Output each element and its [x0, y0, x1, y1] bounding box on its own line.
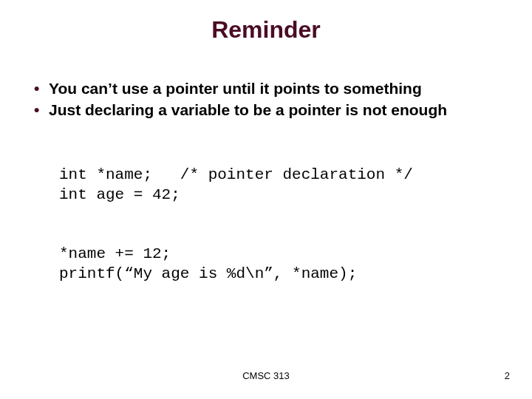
code-line: *name += 12; [59, 245, 171, 262]
code-line: int *name; /* pointer declaration */ [59, 166, 413, 183]
footer-course: CMSC 313 [0, 370, 532, 381]
slide: Reminder You can’t use a pointer until i… [0, 0, 532, 399]
bullet-item: Just declaring a variable to be a pointe… [30, 100, 510, 120]
bullet-list: You can’t use a pointer until it points … [22, 79, 510, 120]
slide-title: Reminder [22, 16, 510, 44]
code-line: printf(“My age is %d\n”, *name); [59, 265, 357, 282]
bullet-item: You can’t use a pointer until it points … [30, 79, 510, 99]
footer-page-number: 2 [505, 370, 510, 381]
code-line: int age = 42; [59, 186, 180, 203]
code-block: int *name; /* pointer declaration */ int… [59, 146, 510, 304]
